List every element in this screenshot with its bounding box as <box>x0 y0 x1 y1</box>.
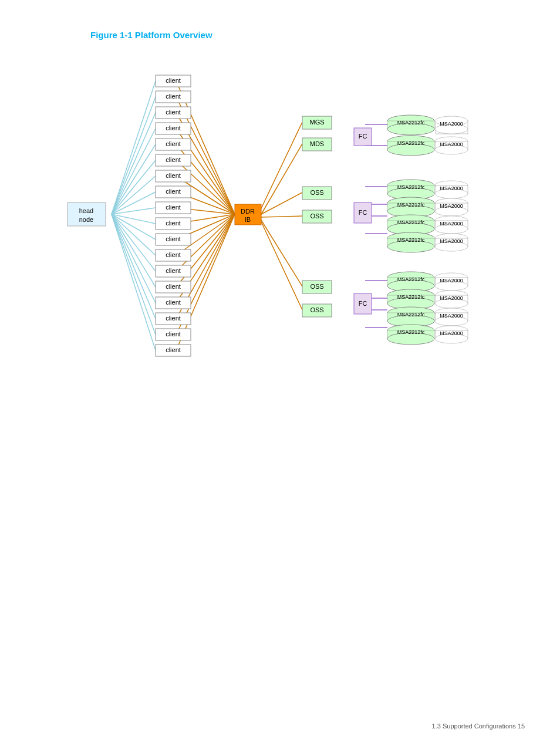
svg-line-2 <box>112 113 156 214</box>
svg-text:MSA2000: MSA2000 <box>440 238 463 244</box>
svg-text:MSA2212fc: MSA2212fc <box>397 120 425 126</box>
svg-line-14 <box>112 214 156 303</box>
svg-text:client: client <box>166 109 181 116</box>
fc-label-3: FC <box>359 300 367 307</box>
ddr-label: DDR <box>241 208 255 215</box>
svg-text:client: client <box>166 267 181 274</box>
svg-text:MSA2000: MSA2000 <box>440 221 463 227</box>
footer: 1.3 Supported Configurations 15 <box>432 723 525 730</box>
svg-text:MSA2212fc: MSA2212fc <box>397 294 425 300</box>
svg-line-0 <box>112 81 156 214</box>
diagram: client client client client client clien… <box>35 53 528 382</box>
svg-text:client: client <box>166 220 181 227</box>
client-nodes: client client client client client clien… <box>156 75 191 356</box>
svg-text:MSA2000: MSA2000 <box>440 185 463 191</box>
svg-text:MSA2212fc: MSA2212fc <box>397 312 425 318</box>
head-node-lines <box>112 81 156 350</box>
svg-text:client: client <box>166 93 181 100</box>
head-node-label2: node <box>79 216 93 223</box>
disk-pair-g1-1: MSA2212fc MSA2000 <box>387 115 468 135</box>
svg-text:MSA2212fc: MSA2212fc <box>397 220 425 225</box>
svg-line-3 <box>112 129 156 214</box>
disk-pair-g1-2: MSA2212fc MSA2000 <box>387 136 468 156</box>
fc-label-1: FC <box>359 133 367 140</box>
svg-text:MSA2212fc: MSA2212fc <box>397 184 425 190</box>
svg-text:client: client <box>166 330 181 337</box>
disk-pair-g3-4: MSA2212fc MSA2000 <box>387 325 468 345</box>
svg-text:client: client <box>166 172 181 179</box>
disk-pair-g2-3: MSA2212fc MSA2000 <box>387 215 468 235</box>
svg-line-40 <box>261 220 302 286</box>
oss-label-3: OSS <box>310 283 323 290</box>
svg-text:client: client <box>166 156 181 163</box>
svg-text:client: client <box>166 251 181 258</box>
svg-line-12 <box>112 214 156 271</box>
disk-pair-g2-4: MSA2212fc MSA2000 <box>387 232 468 252</box>
fc-label-2: FC <box>359 209 367 216</box>
svg-line-13 <box>112 214 156 287</box>
svg-text:MSA2212fc: MSA2212fc <box>397 202 425 208</box>
svg-text:MSA2212fc: MSA2212fc <box>397 276 425 282</box>
svg-line-39 <box>261 216 302 217</box>
disk-pair-g3-1: MSA2212fc MSA2000 <box>387 272 468 292</box>
disk-pair-g3-2: MSA2212fc MSA2000 <box>387 289 468 309</box>
disk-pair-g2-1: MSA2212fc MSA2000 <box>387 180 468 200</box>
svg-text:client: client <box>166 140 181 147</box>
oss-label-4: OSS <box>310 306 323 313</box>
head-node-label: head <box>79 207 93 214</box>
svg-text:MSA2000: MSA2000 <box>440 295 463 301</box>
ib-lines <box>176 81 235 350</box>
svg-text:MSA2212fc: MSA2212fc <box>397 140 425 146</box>
svg-text:client: client <box>166 315 181 322</box>
disk-pair-g2-2: MSA2212fc MSA2000 <box>387 197 468 217</box>
svg-text:client: client <box>166 188 181 195</box>
svg-text:MSA2000: MSA2000 <box>440 313 463 319</box>
svg-text:MSA2000: MSA2000 <box>440 121 463 127</box>
svg-text:MSA2212fc: MSA2212fc <box>397 329 425 335</box>
disk-pair-g3-3: MSA2212fc MSA2000 <box>387 307 468 327</box>
svg-text:MSA2000: MSA2000 <box>440 330 463 336</box>
svg-line-15 <box>112 214 156 319</box>
svg-text:MSA2212fc: MSA2212fc <box>397 237 425 243</box>
svg-text:client: client <box>166 299 181 306</box>
mgs-label: MGS <box>309 119 324 126</box>
svg-line-5 <box>112 160 156 214</box>
svg-text:MSA2000: MSA2000 <box>440 203 463 209</box>
svg-text:client: client <box>166 235 181 242</box>
svg-text:client: client <box>166 283 181 290</box>
svg-text:client: client <box>166 204 181 211</box>
svg-text:MSA2000: MSA2000 <box>440 278 463 283</box>
mds-label: MDS <box>310 140 324 147</box>
oss-label-2: OSS <box>310 212 323 220</box>
svg-text:client: client <box>166 77 181 84</box>
figure-title: Figure 1-1 Platform Overview <box>90 30 212 40</box>
svg-line-16 <box>112 214 156 335</box>
svg-text:MSA2000: MSA2000 <box>440 141 463 147</box>
svg-text:client: client <box>166 124 181 131</box>
svg-line-41 <box>261 222 302 310</box>
ib-label: IB <box>245 216 251 223</box>
oss-label-1: OSS <box>310 189 323 196</box>
svg-text:client: client <box>166 346 181 353</box>
